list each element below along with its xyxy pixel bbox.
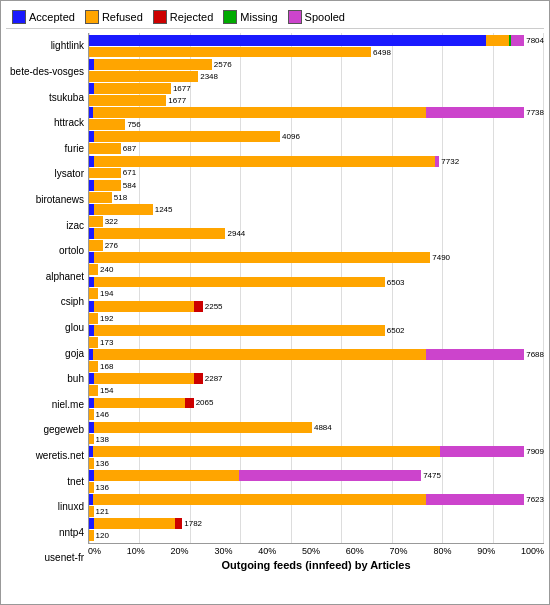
bar-refused [94, 518, 176, 529]
bar-refused [94, 277, 385, 288]
bar-refused2 [89, 385, 98, 396]
bar-refused2 [89, 47, 371, 58]
bar-label2: 120 [96, 531, 109, 540]
x-label-10: 10% [127, 546, 145, 556]
bar-refused2 [89, 71, 198, 82]
bar-row-gegeweb: 2065 146 [89, 397, 544, 421]
bar-refused [93, 349, 425, 360]
bar-row-lysator: 7732 671 [89, 155, 544, 179]
bar-refused [94, 398, 185, 409]
bar-refused [94, 156, 435, 167]
bar-spooled [239, 470, 421, 481]
y-label: tnet [6, 476, 84, 487]
bar-refused [94, 470, 240, 481]
bar-row-nielme: 2287 154 [89, 373, 544, 397]
legend-missing: Missing [223, 10, 277, 24]
bar-label2: 192 [100, 314, 113, 323]
bar-label1: 6503 [387, 278, 405, 287]
bar-row-tsukuba: 1677 1677 [89, 82, 544, 106]
bar-refused2 [89, 313, 98, 324]
y-label: usenet-fr [6, 552, 84, 563]
x-label-100: 100% [521, 546, 544, 556]
bar-row-alphanet: 7490 240 [89, 252, 544, 276]
bar-label1: 7738 [526, 108, 544, 117]
y-label: lysator [6, 168, 84, 179]
bar-rejected [194, 373, 203, 384]
x-label-20: 20% [171, 546, 189, 556]
bar-row-furie: 4096 687 [89, 131, 544, 155]
bar-row-nntp4: 7623 121 [89, 494, 544, 518]
bar-spooled [440, 446, 524, 457]
bar-refused2 [89, 143, 121, 154]
x-axis-title: Outgoing feeds (innfeed) by Articles [88, 559, 544, 571]
bar-refused2 [89, 506, 94, 517]
bar-label2: 1677 [168, 96, 186, 105]
bar-row-bete: 2576 2348 [89, 58, 544, 82]
bar-rejected [194, 301, 203, 312]
bar-refused2 [89, 192, 112, 203]
legend-refused: Refused [85, 10, 143, 24]
y-label: izac [6, 220, 84, 231]
bar-refused [94, 252, 431, 263]
bar-row-csiph: 6503 194 [89, 276, 544, 300]
bar-row-lightlink: 7804 6498 [89, 34, 544, 58]
bar-label2: 756 [127, 120, 140, 129]
bar-refused [93, 107, 425, 118]
bar-rejected [175, 518, 182, 529]
bar-row-izac: 1245 322 [89, 203, 544, 227]
bar-row-httrack: 7738 756 [89, 107, 544, 131]
bar-label2: 2348 [200, 72, 218, 81]
missing-label: Missing [240, 11, 277, 23]
bar-spooled [511, 35, 524, 46]
bar-spooled [426, 107, 525, 118]
x-label-0: 0% [88, 546, 101, 556]
bar-label2: 518 [114, 193, 127, 202]
bar-row-glou: 2255 192 [89, 300, 544, 324]
x-axis-labels: 0% 10% 20% 30% 40% 50% 60% 70% 80% 90% 1… [88, 544, 544, 556]
bar-label1: 7804 [526, 36, 544, 45]
bar-refused [94, 228, 226, 239]
bar-row-linuxd: 7475 136 [89, 469, 544, 493]
y-label: goja [6, 348, 84, 359]
y-label: weretis.net [6, 450, 84, 461]
bar-label1: 1782 [184, 519, 202, 528]
bar-row-usenetfr: 1782 120 [89, 518, 544, 542]
bar-label2: 138 [96, 435, 109, 444]
x-label-90: 90% [477, 546, 495, 556]
bar-label2: 322 [105, 217, 118, 226]
bar-refused2 [89, 482, 94, 493]
bar-label1: 7732 [441, 157, 459, 166]
x-label-50: 50% [302, 546, 320, 556]
bar-refused [94, 180, 121, 191]
bar-refused2 [89, 361, 98, 372]
y-label: buh [6, 373, 84, 384]
y-label: ortolo [6, 245, 84, 256]
bar-refused [94, 131, 281, 142]
x-label-70: 70% [390, 546, 408, 556]
bar-label1: 1677 [173, 84, 191, 93]
chart-container: Accepted Refused Rejected Missing Spoole… [0, 0, 550, 605]
bar-refused2 [89, 168, 121, 179]
bar-refused [94, 373, 194, 384]
bar-accepted [89, 35, 486, 46]
bar-label1: 7688 [526, 350, 544, 359]
bar-row-goja: 6502 173 [89, 324, 544, 348]
bar-label2: 173 [100, 338, 113, 347]
bar-refused2 [89, 530, 94, 541]
bar-label1: 2065 [196, 398, 214, 407]
bar-label1: 584 [123, 181, 136, 190]
bar-refused2 [89, 409, 94, 420]
spooled-color-box [288, 10, 302, 24]
y-label: alphanet [6, 271, 84, 282]
bar-label1: 2576 [214, 60, 232, 69]
bar-refused2 [89, 119, 125, 130]
bar-row-birotanews: 584 518 [89, 179, 544, 203]
spooled-label: Spooled [305, 11, 345, 23]
x-label-40: 40% [258, 546, 276, 556]
bar-label2: 687 [123, 144, 136, 153]
bar-label1: 4884 [314, 423, 332, 432]
rejected-label: Rejected [170, 11, 213, 23]
legend-spooled: Spooled [288, 10, 345, 24]
bar-refused2 [89, 337, 98, 348]
y-label: nntp4 [6, 527, 84, 538]
